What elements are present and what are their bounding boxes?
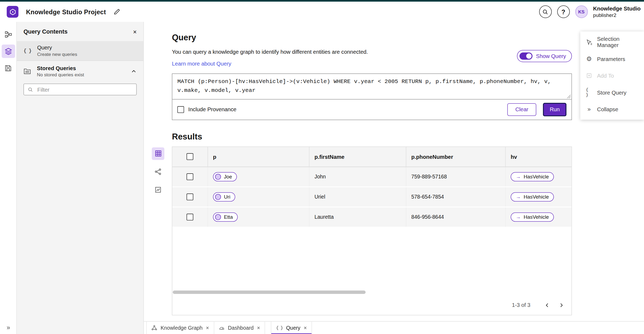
previous-page-icon[interactable] <box>540 299 554 312</box>
gear-icon <box>586 55 592 63</box>
edge-pill[interactable]: HasVehicle <box>511 172 554 181</box>
table-row[interactable]: Uri Uriel 578-654-7854 HasVehicle <box>172 187 572 207</box>
braces-icon <box>24 48 31 54</box>
results-area: p p.firstName p.phoneNumber hv Joe John … <box>172 146 572 315</box>
row-checkbox[interactable] <box>186 173 193 180</box>
stored-queries-sublabel: No stored queries exist <box>37 72 84 78</box>
store-query-item[interactable]: Store Query <box>580 84 644 101</box>
run-button[interactable]: Run <box>543 103 566 116</box>
save-icon[interactable] <box>1 61 15 75</box>
sidebar-item-query[interactable]: Query Create new queries <box>17 41 144 60</box>
edit-project-name-icon[interactable] <box>114 8 120 15</box>
person-node-icon <box>215 194 221 200</box>
toggle-switch-icon <box>520 52 533 60</box>
table-view-icon[interactable] <box>152 147 164 160</box>
selection-manager-item[interactable]: Selection Manager <box>580 34 644 51</box>
add-to-label: Add To <box>597 73 614 79</box>
edge-pill[interactable]: HasVehicle <box>511 212 554 221</box>
collapse-item[interactable]: Collapse <box>580 101 644 118</box>
app-window: Knowledge Studio Project KS Knowledge St… <box>0 0 644 334</box>
close-tab-icon[interactable] <box>304 325 307 330</box>
query-actions-panel: Selection Manager Parameters Add To Stor… <box>580 31 644 120</box>
filter-search-icon <box>28 87 33 92</box>
app-logo <box>7 6 19 18</box>
search-icon[interactable] <box>539 5 552 18</box>
row-checkbox[interactable] <box>186 193 193 200</box>
show-query-toggle[interactable]: Show Query <box>517 50 572 62</box>
query-editor-box: MATCH (p:Person)-[hv:HasVehicle]->(v:Veh… <box>172 73 572 120</box>
tab-knowledge-graph[interactable]: Knowledge Graph <box>146 321 214 334</box>
selection-manager-icon <box>586 39 592 45</box>
chevron-up-icon[interactable] <box>131 69 137 74</box>
filter-search-box <box>24 84 137 95</box>
filter-input[interactable] <box>36 86 133 93</box>
header-checkbox-cell <box>172 147 208 167</box>
person-node-label: Etta <box>224 214 233 220</box>
edge-label: HasVehicle <box>524 194 549 200</box>
parameters-item[interactable]: Parameters <box>580 51 644 67</box>
column-header-p[interactable]: p <box>208 147 309 167</box>
knowledge-graph-tab-icon <box>151 325 157 331</box>
tab-dashboard[interactable]: Dashboard <box>214 321 265 334</box>
stored-queries-section[interactable]: Stored Queries No stored queries exist <box>17 61 144 82</box>
query-layers-icon[interactable] <box>1 45 15 58</box>
user-info[interactable]: Knowledge Studio publisher2 <box>593 5 641 18</box>
stored-queries-text: Stored Queries No stored queries exist <box>37 65 84 78</box>
main-content: Query You can query a knowledge graph to… <box>144 22 644 321</box>
include-provenance-checkbox[interactable] <box>177 106 184 113</box>
left-icon-rail <box>0 22 17 334</box>
store-query-label: Store Query <box>597 89 627 95</box>
clear-button[interactable]: Clear <box>507 103 536 116</box>
show-query-label: Show Query <box>536 53 566 59</box>
avatar[interactable]: KS <box>575 5 588 18</box>
person-node-icon <box>215 214 221 220</box>
query-code-editor[interactable]: MATCH (p:Person)-[hv:HasVehicle]->(v:Veh… <box>172 74 572 99</box>
model-tree-icon[interactable] <box>1 28 15 41</box>
edge-label: HasVehicle <box>524 214 549 220</box>
column-header-hv[interactable]: hv <box>506 147 571 167</box>
tab-label: Knowledge Graph <box>160 325 202 331</box>
row-checkbox[interactable] <box>186 214 193 220</box>
query-editor-footer: Include Provenance Clear Run <box>172 99 572 120</box>
arrow-right-icon <box>516 214 521 220</box>
close-panel-icon[interactable] <box>133 28 137 35</box>
learn-more-link[interactable]: Learn more about Query <box>172 60 231 67</box>
close-tab-icon[interactable] <box>257 325 260 330</box>
pagination-range: 1-3 of 3 <box>512 302 530 308</box>
include-provenance-label: Include Provenance <box>188 106 237 113</box>
table-row[interactable]: Joe John 759-889-57168 HasVehicle <box>172 167 572 187</box>
tab-query[interactable]: Query <box>271 321 312 334</box>
table-row[interactable]: Etta Lauretta 846-956-8644 HasVehicle <box>172 207 572 228</box>
cell-phonenumber: 846-956-8644 <box>406 207 506 227</box>
person-node-pill[interactable]: Uri <box>213 192 235 201</box>
query-item-label: Query <box>37 44 77 51</box>
panel-header: Query Contents <box>17 22 144 41</box>
person-node-pill[interactable]: Etta <box>213 212 238 221</box>
selection-manager-label: Selection Manager <box>597 36 639 48</box>
add-to-icon <box>586 73 592 78</box>
tab-label: Query <box>286 325 300 331</box>
person-node-pill[interactable]: Joe <box>213 172 237 181</box>
add-to-item: Add To <box>580 67 644 84</box>
close-tab-icon[interactable] <box>206 325 209 330</box>
cell-firstname: John <box>309 167 406 186</box>
expand-rail-icon[interactable] <box>0 324 17 331</box>
braces-icon <box>586 87 592 98</box>
logo-hexagon-icon <box>9 8 16 15</box>
graph-view-icon[interactable] <box>152 165 164 178</box>
page-title: Query <box>172 33 572 42</box>
chart-view-icon[interactable] <box>152 184 164 196</box>
column-header-firstname[interactable]: p.firstName <box>309 147 406 167</box>
column-header-phonenumber[interactable]: p.phoneNumber <box>406 147 506 167</box>
results-table: p p.firstName p.phoneNumber hv Joe John … <box>172 146 572 315</box>
help-icon[interactable] <box>557 5 570 18</box>
query-contents-panel: Query Contents Query Create new queries … <box>17 22 144 334</box>
arrow-right-icon <box>516 174 521 179</box>
user-name: Knowledge Studio <box>593 5 641 12</box>
horizontal-scrollbar[interactable] <box>173 290 366 294</box>
collapse-icon <box>586 106 592 113</box>
edge-pill[interactable]: HasVehicle <box>511 192 554 201</box>
select-all-checkbox[interactable] <box>186 153 193 160</box>
next-page-icon[interactable] <box>555 299 568 312</box>
tab-label: Dashboard <box>228 325 254 331</box>
